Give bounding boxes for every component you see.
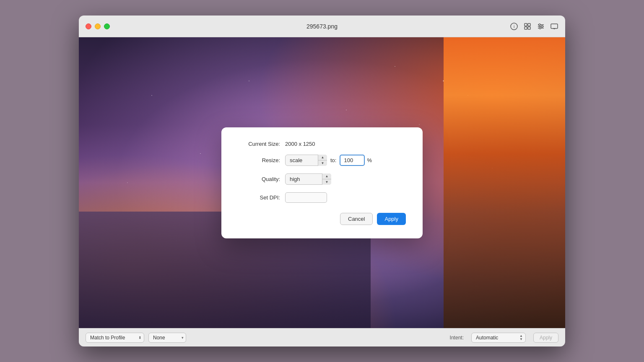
- resize-stepper[interactable]: ▲ ▼: [318, 155, 327, 166]
- dpi-label: Set DPI:: [238, 194, 280, 201]
- apply-button[interactable]: Apply: [377, 213, 406, 225]
- dpi-row: Set DPI:: [238, 192, 406, 203]
- current-size-value: 2000 x 1250: [285, 141, 315, 147]
- quality-select-wrapper: high ▲ ▼: [285, 173, 331, 185]
- intent-label: Intent:: [450, 335, 464, 341]
- info-icon[interactable]: i: [510, 22, 518, 31]
- canvas-area: Current Size: 2000 x 1250 Resize: scale …: [79, 37, 565, 328]
- svg-rect-3: [528, 23, 530, 26]
- resize-row: Resize: scale ▲ ▼ to: %: [238, 155, 406, 166]
- current-size-row: Current Size: 2000 x 1250: [238, 141, 406, 147]
- traffic-lights: [86, 23, 110, 29]
- svg-point-11: [539, 27, 541, 29]
- minimize-button[interactable]: [95, 23, 101, 29]
- cancel-button[interactable]: Cancel: [340, 213, 373, 225]
- maximize-button[interactable]: [104, 23, 110, 29]
- match-profile-wrapper: Match to Profile ⬍: [86, 333, 144, 343]
- display-icon[interactable]: [550, 22, 558, 31]
- resize-stepper-down[interactable]: ▼: [318, 160, 327, 166]
- svg-rect-12: [551, 24, 558, 28]
- quality-row: Quality: high ▲ ▼: [238, 173, 406, 185]
- svg-point-10: [541, 26, 543, 27]
- svg-rect-4: [525, 27, 527, 29]
- svg-rect-2: [525, 23, 527, 26]
- quality-stepper-up[interactable]: ▲: [322, 173, 331, 179]
- toolbar-apply-button[interactable]: Apply: [533, 333, 558, 343]
- svg-text:i: i: [514, 24, 514, 29]
- dpi-input[interactable]: [285, 192, 327, 203]
- svg-rect-5: [528, 27, 530, 29]
- quality-stepper-down[interactable]: ▼: [322, 179, 331, 185]
- grid-icon[interactable]: [523, 22, 532, 31]
- match-profile-select[interactable]: Match to Profile: [86, 333, 144, 343]
- bottom-toolbar: Match to Profile ⬍ None ▾ Intent: Automa…: [79, 328, 565, 346]
- window-title: 295673.png: [306, 23, 338, 30]
- intent-select[interactable]: Automatic: [471, 333, 526, 343]
- adjust-icon[interactable]: [537, 22, 545, 31]
- svg-point-9: [539, 24, 540, 26]
- profile-select[interactable]: None: [148, 333, 186, 343]
- resize-label: Resize:: [238, 157, 280, 163]
- quality-stepper[interactable]: ▲ ▼: [322, 173, 331, 185]
- resize-select-wrapper: scale ▲ ▼: [285, 155, 327, 166]
- current-size-label: Current Size:: [238, 141, 280, 147]
- quality-label: Quality:: [238, 176, 280, 182]
- intent-wrapper: Automatic ▲▼: [471, 333, 526, 343]
- main-window: 295673.png i: [79, 16, 565, 346]
- dialog-buttons: Cancel Apply: [238, 213, 406, 225]
- close-button[interactable]: [86, 23, 91, 29]
- percent-symbol: %: [367, 157, 372, 163]
- titlebar-actions: i: [510, 22, 558, 31]
- titlebar: 295673.png i: [79, 16, 565, 37]
- profile-wrapper: None ▾: [148, 333, 186, 343]
- dialog-overlay: Current Size: 2000 x 1250 Resize: scale …: [79, 37, 565, 328]
- to-label: to:: [330, 157, 336, 163]
- resize-dialog: Current Size: 2000 x 1250 Resize: scale …: [221, 127, 423, 238]
- resize-stepper-up[interactable]: ▲: [318, 155, 327, 160]
- percent-input[interactable]: [340, 155, 365, 166]
